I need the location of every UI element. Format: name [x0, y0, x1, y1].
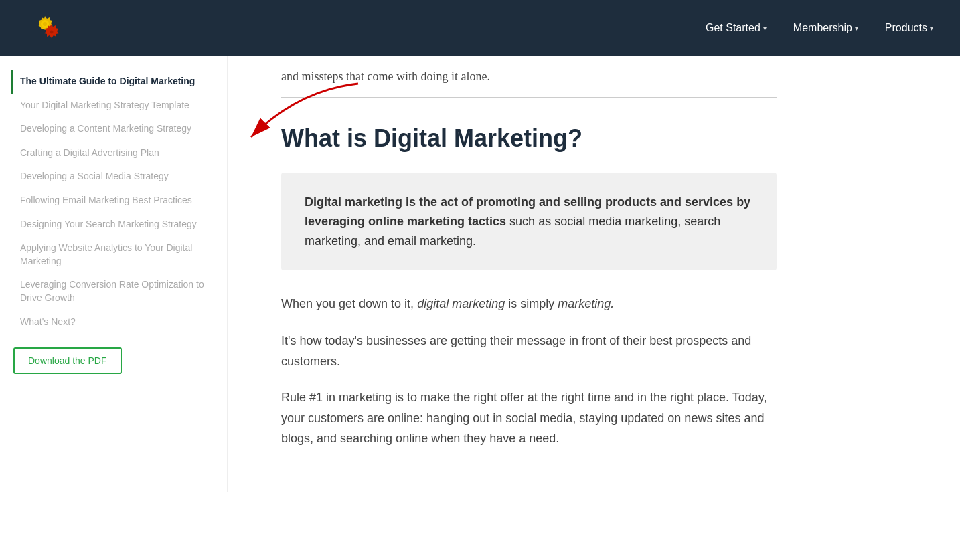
site-header: Get Started ▾ Membership ▾ Products ▾	[0, 0, 960, 56]
sidebar-item-advertising-plan[interactable]: Crafting a Digital Advertising Plan	[13, 141, 207, 165]
nav-products[interactable]: Products ▾	[885, 22, 933, 34]
sidebar-item-website-analytics[interactable]: Applying Website Analytics to Your Digit…	[13, 236, 207, 273]
sidebar-item-social-media[interactable]: Developing a Social Media Strategy	[13, 165, 207, 189]
chevron-down-icon: ▾	[930, 25, 933, 32]
logo[interactable]	[27, 8, 67, 48]
download-pdf-button[interactable]: Download the PDF	[13, 347, 122, 374]
sidebar: The Ultimate Guide to Digital Marketing …	[0, 56, 228, 492]
svg-point-4	[50, 31, 54, 34]
intro-continuation: and missteps that come with doing it alo…	[281, 56, 777, 98]
nav-get-started[interactable]: Get Started ▾	[706, 22, 767, 34]
main-nav: Get Started ▾ Membership ▾ Products ▾	[706, 22, 933, 34]
sidebar-item-search-marketing[interactable]: Designing Your Search Marketing Strategy	[13, 213, 207, 237]
section-heading: What is Digital Marketing?	[281, 124, 777, 153]
sidebar-item-conversion-rate[interactable]: Leveraging Conversion Rate Optimization …	[13, 273, 207, 310]
sidebar-item-ultimate-guide[interactable]: The Ultimate Guide to Digital Marketing	[11, 70, 207, 94]
sidebar-item-email-marketing[interactable]: Following Email Marketing Best Practices	[13, 189, 207, 213]
logo-icon	[27, 8, 67, 48]
chevron-down-icon: ▾	[763, 25, 767, 32]
nav-membership[interactable]: Membership ▾	[793, 22, 858, 34]
chevron-down-icon: ▾	[855, 25, 858, 32]
sidebar-item-content-marketing[interactable]: Developing a Content Marketing Strategy	[13, 117, 207, 141]
callout-box: Digital marketing is the act of promotin…	[281, 173, 777, 270]
body-paragraph-1: When you get down to it, digital marketi…	[281, 294, 777, 314]
main-content: and missteps that come with doing it alo…	[228, 56, 830, 492]
body-paragraph-2: It's how today's businesses are getting …	[281, 331, 777, 371]
svg-point-2	[43, 22, 47, 26]
sidebar-item-strategy-template[interactable]: Your Digital Marketing Strategy Template	[13, 94, 207, 118]
callout-text: Digital marketing is the act of promotin…	[305, 193, 753, 250]
sidebar-item-whats-next[interactable]: What's Next?	[13, 310, 207, 335]
body-paragraph-3: Rule #1 in marketing is to make the righ…	[281, 387, 777, 449]
main-layout: The Ultimate Guide to Digital Marketing …	[0, 56, 960, 492]
